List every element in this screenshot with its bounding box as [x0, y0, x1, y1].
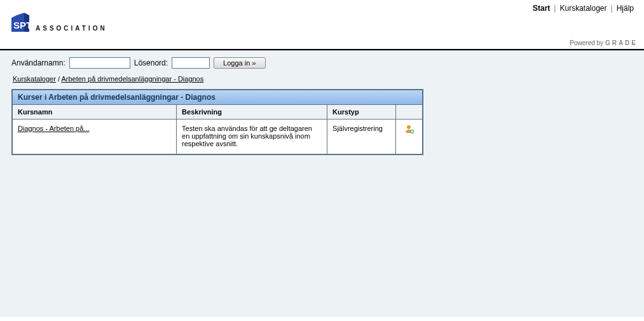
- table-row: Diagnos - Arbeten på... Testen ska använ…: [13, 120, 422, 154]
- svg-rect-7: [411, 131, 413, 132]
- courses-table: Kursnamn Beskrivning Kurstyp Diagnos - A…: [13, 105, 422, 154]
- breadcrumb: Kurskataloger / Arbeten på drivmedelsanl…: [13, 75, 636, 83]
- password-label: Lösenord:: [134, 58, 168, 67]
- panel-title: Kurser i Arbeten på drivmedelsanläggning…: [13, 90, 422, 105]
- course-desc: Testen ska användas för att ge deltagare…: [177, 120, 327, 154]
- breadcrumb-link-kurskataloger[interactable]: Kurskataloger: [13, 75, 56, 83]
- register-user-icon[interactable]: [405, 125, 414, 133]
- col-header-name: Kursnamn: [13, 105, 177, 120]
- nav-start[interactable]: Start: [529, 4, 554, 13]
- username-input[interactable]: [69, 57, 130, 69]
- col-header-action: [396, 105, 422, 120]
- course-type: Självregistrering: [327, 120, 396, 154]
- course-link[interactable]: Diagnos - Arbeten på...: [18, 125, 90, 132]
- nav-hjalp[interactable]: Hjälp: [613, 4, 638, 13]
- courses-panel: Kurser i Arbeten på drivmedelsanläggning…: [11, 89, 423, 155]
- nav-kurskataloger[interactable]: Kurskataloger: [556, 4, 610, 13]
- top-nav: Start | Kurskataloger | Hjälp: [529, 4, 638, 13]
- login-bar: Användarnamn: Lösenord: Logga in »: [11, 57, 636, 69]
- login-button[interactable]: Logga in »: [214, 57, 265, 69]
- powered-by: Powered by GRADE: [0, 39, 644, 49]
- powered-prefix: Powered by: [570, 39, 605, 46]
- svg-text:SPT: SPT: [13, 20, 32, 31]
- breadcrumb-link-current[interactable]: Arbeten på drivmedelsanläggningar - Diag…: [61, 75, 203, 83]
- svg-point-4: [407, 125, 411, 129]
- logo: SPT ASSOCIATION: [11, 13, 107, 33]
- logo-text: ASSOCIATION: [36, 25, 107, 32]
- logo-mark-icon: SPT: [11, 13, 32, 33]
- col-header-desc: Beskrivning: [177, 105, 327, 120]
- username-label: Användarnamn:: [11, 58, 65, 67]
- password-input[interactable]: [172, 57, 210, 69]
- col-header-type: Kurstyp: [327, 105, 396, 120]
- powered-brand: GRADE: [605, 39, 638, 46]
